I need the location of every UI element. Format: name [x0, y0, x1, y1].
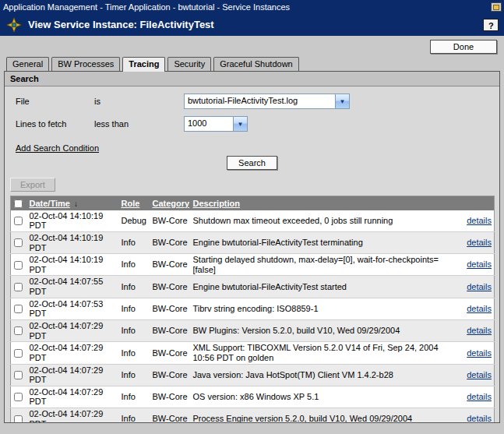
datetime-sort-link[interactable]: Date/Time: [30, 199, 70, 208]
log-category: BW-Core: [150, 298, 191, 319]
log-datetime: 02-Oct-04 14:07:29: [30, 321, 104, 330]
table-row: 02-Oct-04 14:10:19PDT Info BW-Core Start…: [11, 254, 495, 276]
log-description: Engine bwtutorial-FileActivityTest termi…: [191, 231, 461, 253]
column-header-category: Category: [150, 196, 191, 210]
row-checkbox[interactable]: [14, 393, 23, 401]
log-datetime: 02-Oct-04 14:10:19: [30, 255, 104, 264]
search-button[interactable]: Search: [227, 156, 277, 170]
log-role: Info: [119, 386, 150, 408]
log-timezone: PDT: [30, 375, 47, 384]
row-checkbox[interactable]: [14, 326, 23, 335]
tab-graceful-shutdown[interactable]: Graceful Shutdown: [213, 57, 299, 71]
table-row: 02-Oct-04 14:10:19PDT Info BW-Core Engin…: [11, 231, 495, 253]
file-select[interactable]: bwtutorial-FileActivityTest.log ▼: [184, 94, 350, 109]
trace-log-table: Date/Time ↓ Role Category Description: [10, 196, 495, 423]
row-checkbox[interactable]: [14, 261, 23, 270]
log-role: Info: [119, 276, 150, 298]
log-category: BW-Core: [150, 320, 191, 342]
log-timezone: PDT: [30, 419, 47, 423]
log-datetime: 02-Oct-04 14:07:29: [30, 409, 104, 418]
log-role: Info: [119, 320, 150, 342]
log-description: BW Plugins: Version 5.2.0, build V10, We…: [191, 320, 461, 342]
description-sort-link[interactable]: Description: [193, 199, 241, 208]
toolbar: Done: [0, 36, 504, 57]
details-link[interactable]: details: [467, 216, 492, 225]
done-button[interactable]: Done: [430, 40, 497, 54]
log-timezone: PDT: [30, 331, 47, 340]
log-datetime: 02-Oct-04 14:07:29: [30, 343, 104, 352]
row-checkbox[interactable]: [14, 283, 23, 291]
log-datetime: 02-Oct-04 14:07:53: [30, 299, 104, 309]
table-row: 02-Oct-04 14:07:29PDT Info BW-Core Proce…: [11, 408, 495, 423]
application-window: Application Management - Timer Applicati…: [0, 0, 504, 423]
log-datetime: 02-Oct-04 14:07:55: [30, 277, 104, 286]
details-link[interactable]: details: [467, 414, 492, 423]
details-link[interactable]: details: [467, 348, 492, 358]
lines-select[interactable]: 1000 ▼: [184, 116, 248, 132]
breadcrumb: Application Management - Timer Applicati…: [3, 2, 290, 12]
details-link[interactable]: details: [467, 259, 492, 269]
tab-security[interactable]: Security: [167, 57, 211, 71]
search-condition-file: File is bwtutorial-FileActivityTest.log …: [16, 94, 499, 109]
details-link[interactable]: details: [467, 326, 492, 335]
search-section-header: Search: [5, 72, 499, 86]
log-description: Java version: Java HotSpot(TM) Client VM…: [191, 364, 461, 386]
lines-label: Lines to fetch: [16, 119, 94, 129]
tab-bar: General BW Processes Tracing Security Gr…: [0, 57, 504, 71]
export-button[interactable]: Export: [10, 178, 55, 192]
log-role: Info: [119, 254, 150, 276]
log-category: BW-Core: [150, 386, 191, 408]
file-select-value: bwtutorial-FileActivityTest.log: [185, 94, 335, 108]
title-bar: View Service Instance: FileActivityTest …: [0, 13, 504, 36]
row-checkbox[interactable]: [14, 371, 23, 379]
log-timezone: PDT: [30, 287, 47, 296]
log-category: BW-Core: [150, 231, 191, 253]
file-operator: is: [94, 97, 184, 106]
column-header-role: Role: [119, 196, 150, 210]
log-role: Info: [119, 298, 150, 319]
sort-descending-icon[interactable]: ↓: [74, 199, 78, 208]
log-category: BW-Core: [150, 342, 191, 364]
tab-tracing[interactable]: Tracing: [122, 57, 165, 72]
details-link[interactable]: details: [467, 370, 492, 379]
log-timezone: PDT: [30, 309, 47, 318]
details-link[interactable]: details: [467, 282, 492, 291]
select-all-header-cell: [11, 196, 27, 210]
log-description: Engine bwtutorial-FileActivityTest start…: [191, 276, 461, 298]
log-datetime: 02-Oct-04 14:07:29: [30, 365, 104, 375]
row-checkbox[interactable]: [14, 349, 23, 358]
add-search-condition-link[interactable]: Add Search Condition: [16, 143, 99, 153]
row-checkbox[interactable]: [14, 415, 23, 423]
row-checkbox[interactable]: [14, 305, 23, 313]
log-role: Info: [119, 364, 150, 386]
select-all-checkbox[interactable]: [14, 199, 23, 208]
details-link[interactable]: details: [467, 392, 492, 401]
log-timezone: PDT: [30, 243, 47, 252]
table-row: 02-Oct-04 14:07:29PDT Info BW-Core BW Pl…: [11, 320, 495, 342]
file-label: File: [16, 97, 94, 106]
tab-general[interactable]: General: [6, 57, 49, 71]
row-checkbox[interactable]: [14, 238, 23, 247]
role-sort-link[interactable]: Role: [122, 199, 140, 208]
search-condition-lines: Lines to fetch less than 1000 ▼: [16, 116, 499, 132]
details-link[interactable]: details: [467, 238, 492, 247]
log-datetime: 02-Oct-04 14:10:19: [30, 211, 104, 221]
log-timezone: PDT: [30, 265, 47, 274]
log-description: Tibrv string encoding: ISO8859-1: [191, 298, 461, 319]
log-timezone: PDT: [30, 397, 47, 406]
log-datetime: 02-Oct-04 14:10:19: [30, 233, 104, 242]
details-link[interactable]: details: [467, 304, 492, 313]
dropdown-arrow-icon[interactable]: ▼: [335, 94, 349, 108]
category-sort-link[interactable]: Category: [153, 199, 190, 208]
lines-select-value: 1000: [185, 117, 233, 131]
column-header-datetime: Date/Time ↓: [27, 196, 119, 210]
log-description: Starting delayed shutdown, max-delay=[0]…: [191, 254, 461, 276]
help-button[interactable]: ?: [483, 19, 499, 31]
row-checkbox[interactable]: [14, 217, 23, 225]
tab-bw-processes[interactable]: BW Processes: [51, 57, 120, 71]
log-category: BW-Core: [150, 364, 191, 386]
dropdown-arrow-icon[interactable]: ▼: [233, 117, 247, 131]
window-icon[interactable]: [491, 2, 502, 12]
table-row: 02-Oct-04 14:07:29PDT Info BW-Core Java …: [11, 364, 495, 386]
log-timezone: PDT: [30, 353, 47, 362]
